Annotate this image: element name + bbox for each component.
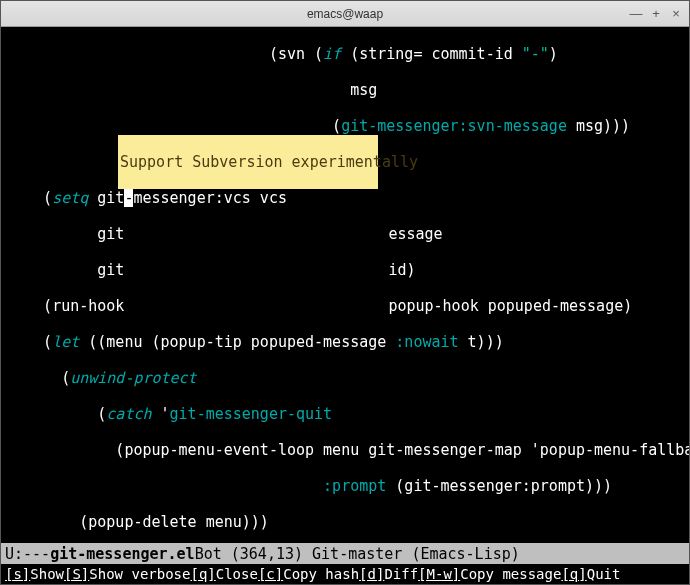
key-hint: [q] [190, 566, 215, 582]
code-text: git [7, 225, 124, 243]
keyword: if [323, 45, 341, 63]
window-frame: emacs@waap — + × (svn (if (string= commi… [0, 0, 690, 585]
code-text: ( [7, 189, 52, 207]
window-title: emacs@waap [307, 7, 383, 21]
minimize-icon[interactable]: — [629, 7, 643, 21]
key-label: Quit [587, 566, 621, 582]
symbol: :prompt [323, 477, 386, 495]
tooltip-text: Support Subversion experimentally [118, 153, 378, 171]
code-text: git [7, 261, 124, 279]
code-text: msg))) [567, 117, 630, 135]
code-text: (git-messenger:prompt))) [386, 477, 612, 495]
code-text [7, 477, 323, 495]
code-text: ( [7, 405, 106, 423]
key-label: Copy message [460, 566, 561, 582]
string: "-" [522, 45, 549, 63]
key-label: Copy hash [283, 566, 359, 582]
code-text: msg [7, 81, 377, 99]
code-text: (popup-menu-event-loop menu git-messenge… [7, 441, 689, 459]
code-text: (run-hook [7, 297, 124, 315]
keyword: let [52, 333, 79, 351]
tooltip-popup: Support Subversion experimentally [118, 135, 378, 189]
minibuffer[interactable]: [s]Show [S]Show verbose [q]Close [c]Copy… [1, 564, 689, 584]
key-label: Show [30, 566, 64, 582]
code-text: (svn ( [7, 45, 323, 63]
code-text: ) [549, 45, 558, 63]
code-text: ' [152, 405, 170, 423]
key-label: Close [216, 566, 258, 582]
modeline-filename: git-messenger.el [50, 545, 195, 563]
titlebar[interactable]: emacs@waap — + × [1, 1, 689, 27]
modeline-status: U:--- [5, 545, 50, 563]
key-hint: [d] [359, 566, 384, 582]
code-text: id) [388, 261, 415, 279]
mode-line[interactable]: U:--- git-messenger.el Bot (364,13) Git-… [1, 543, 689, 564]
key-hint: [q] [561, 566, 586, 582]
keyword: unwind-protect [70, 369, 196, 387]
code-text: messenger:vcs vcs [133, 189, 287, 207]
window-controls: — + × [629, 7, 683, 21]
code-text: (string= commit-id [341, 45, 522, 63]
code-text: essage [388, 225, 442, 243]
symbol: git-messenger-quit [170, 405, 333, 423]
symbol: :nowait [395, 333, 458, 351]
key-hint: [s] [5, 566, 30, 582]
code-text: ((menu (popup-tip popuped-message [79, 333, 395, 351]
maximize-icon[interactable]: + [649, 7, 663, 21]
code-text: git [88, 189, 124, 207]
code-text: t))) [459, 333, 504, 351]
key-label: Show verbose [89, 566, 190, 582]
code-buffer[interactable]: (svn (if (string= commit-id "-") msg (gi… [7, 27, 689, 542]
keyword: catch [106, 405, 151, 423]
modeline-info: Bot (364,13) Git-master (Emacs-Lisp) [195, 545, 520, 563]
key-hint: [M-w] [418, 566, 460, 582]
symbol: git-messenger:svn-message [341, 117, 567, 135]
code-text: ( [7, 333, 52, 351]
key-hint: [S] [64, 566, 89, 582]
key-label: Diff [384, 566, 418, 582]
key-hint: [c] [258, 566, 283, 582]
code-text: ( [7, 369, 70, 387]
keyword: setq [52, 189, 88, 207]
editor-area[interactable]: (svn (if (string= commit-id "-") msg (gi… [1, 27, 689, 584]
code-text: (popup-delete menu))) [7, 513, 269, 531]
close-icon[interactable]: × [669, 7, 683, 21]
code-text: popup-hook popuped-message) [388, 297, 632, 315]
code-text: ( [7, 117, 341, 135]
